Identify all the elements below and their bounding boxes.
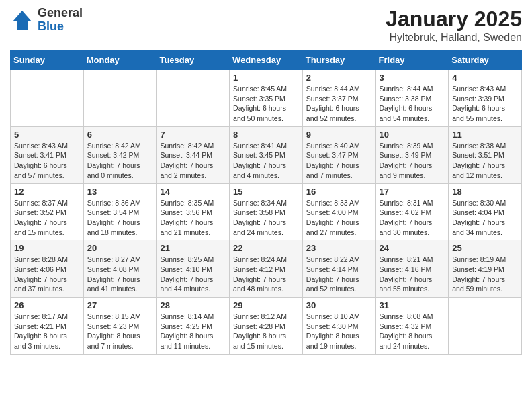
day-number: 28 [160, 300, 226, 310]
day-number: 31 [380, 300, 445, 310]
day-number: 12 [14, 187, 80, 197]
day-info: Sunrise: 8:40 AM Sunset: 3:47 PM Dayligh… [306, 141, 372, 181]
day-number: 21 [160, 243, 226, 253]
calendar-cell: 30Sunrise: 8:10 AM Sunset: 4:30 PM Dayli… [302, 298, 375, 355]
logo-icon [10, 8, 34, 32]
day-number: 3 [380, 73, 445, 83]
logo-blue-text: Blue [38, 20, 83, 34]
calendar-cell: 14Sunrise: 8:35 AM Sunset: 3:56 PM Dayli… [157, 183, 230, 240]
day-info: Sunrise: 8:34 AM Sunset: 3:58 PM Dayligh… [233, 198, 299, 238]
day-info: Sunrise: 8:14 AM Sunset: 4:25 PM Dayligh… [160, 312, 226, 351]
day-of-week-header: Monday [83, 51, 157, 70]
day-number: 5 [14, 130, 80, 140]
day-info: Sunrise: 8:35 AM Sunset: 3:56 PM Dayligh… [160, 198, 226, 238]
day-info: Sunrise: 8:08 AM Sunset: 4:32 PM Dayligh… [380, 312, 445, 351]
day-of-week-header: Tuesday [157, 51, 230, 70]
day-number: 16 [306, 187, 372, 197]
calendar-cell: 6Sunrise: 8:42 AM Sunset: 3:42 PM Daylig… [83, 126, 157, 183]
day-number: 18 [452, 187, 518, 197]
day-of-week-header: Sunday [11, 51, 84, 70]
day-info: Sunrise: 8:42 AM Sunset: 3:42 PM Dayligh… [87, 141, 153, 181]
day-number: 9 [306, 130, 372, 140]
day-number: 4 [452, 73, 518, 83]
day-of-week-header: Thursday [302, 51, 375, 70]
calendar-cell: 12Sunrise: 8:37 AM Sunset: 3:52 PM Dayli… [11, 183, 84, 240]
day-of-week-header: Friday [375, 51, 449, 70]
day-number: 1 [233, 73, 299, 83]
calendar-cell: 3Sunrise: 8:44 AM Sunset: 3:38 PM Daylig… [375, 70, 449, 127]
day-info: Sunrise: 8:37 AM Sunset: 3:52 PM Dayligh… [14, 198, 80, 238]
day-number: 30 [306, 300, 372, 310]
logo-general-text: General [38, 7, 83, 20]
day-info: Sunrise: 8:30 AM Sunset: 4:04 PM Dayligh… [452, 198, 518, 238]
day-info: Sunrise: 8:10 AM Sunset: 4:30 PM Dayligh… [306, 312, 372, 351]
calendar-cell: 21Sunrise: 8:25 AM Sunset: 4:10 PM Dayli… [157, 240, 230, 298]
day-info: Sunrise: 8:12 AM Sunset: 4:28 PM Dayligh… [233, 312, 299, 351]
calendar-cell: 9Sunrise: 8:40 AM Sunset: 3:47 PM Daylig… [302, 126, 375, 183]
title-block: January 2025 Hyltebruk, Halland, Sweden [386, 7, 522, 44]
day-number: 23 [306, 243, 372, 253]
calendar-week-row: 5Sunrise: 8:43 AM Sunset: 3:41 PM Daylig… [11, 126, 522, 183]
day-info: Sunrise: 8:38 AM Sunset: 3:51 PM Dayligh… [452, 141, 518, 181]
day-info: Sunrise: 8:44 AM Sunset: 3:37 PM Dayligh… [306, 84, 372, 124]
day-number: 6 [87, 130, 153, 140]
svg-marker-0 [13, 11, 32, 30]
day-number: 26 [14, 300, 80, 310]
calendar-cell: 29Sunrise: 8:12 AM Sunset: 4:28 PM Dayli… [230, 298, 303, 355]
calendar-cell: 4Sunrise: 8:43 AM Sunset: 3:39 PM Daylig… [449, 70, 522, 127]
calendar-week-row: 19Sunrise: 8:28 AM Sunset: 4:06 PM Dayli… [11, 240, 522, 298]
calendar-location: Hyltebruk, Halland, Sweden [386, 32, 522, 44]
day-info: Sunrise: 8:21 AM Sunset: 4:16 PM Dayligh… [380, 255, 445, 294]
day-info: Sunrise: 8:43 AM Sunset: 3:41 PM Dayligh… [14, 141, 80, 181]
day-info: Sunrise: 8:25 AM Sunset: 4:10 PM Dayligh… [160, 255, 226, 294]
day-number: 11 [452, 130, 518, 140]
day-info: Sunrise: 8:22 AM Sunset: 4:14 PM Dayligh… [306, 255, 372, 294]
day-info: Sunrise: 8:15 AM Sunset: 4:23 PM Dayligh… [87, 312, 153, 351]
day-number: 15 [233, 187, 299, 197]
calendar-cell: 16Sunrise: 8:33 AM Sunset: 4:00 PM Dayli… [302, 183, 375, 240]
calendar-table: SundayMondayTuesdayWednesdayThursdayFrid… [10, 50, 522, 355]
calendar-cell: 27Sunrise: 8:15 AM Sunset: 4:23 PM Dayli… [83, 298, 157, 355]
calendar-cell: 23Sunrise: 8:22 AM Sunset: 4:14 PM Dayli… [302, 240, 375, 298]
day-of-week-header: Saturday [449, 51, 522, 70]
calendar-cell: 22Sunrise: 8:24 AM Sunset: 4:12 PM Dayli… [230, 240, 303, 298]
day-info: Sunrise: 8:43 AM Sunset: 3:39 PM Dayligh… [452, 84, 518, 124]
day-of-week-header: Wednesday [230, 51, 303, 70]
day-info: Sunrise: 8:44 AM Sunset: 3:38 PM Dayligh… [380, 84, 445, 124]
calendar-cell: 17Sunrise: 8:31 AM Sunset: 4:02 PM Dayli… [375, 183, 449, 240]
day-info: Sunrise: 8:42 AM Sunset: 3:44 PM Dayligh… [160, 141, 226, 181]
day-number: 20 [87, 243, 153, 253]
calendar-cell [11, 70, 84, 127]
day-number: 19 [14, 243, 80, 253]
day-info: Sunrise: 8:31 AM Sunset: 4:02 PM Dayligh… [380, 198, 445, 238]
day-info: Sunrise: 8:27 AM Sunset: 4:08 PM Dayligh… [87, 255, 153, 294]
day-number: 17 [380, 187, 445, 197]
calendar-title: January 2025 [386, 7, 522, 32]
calendar-cell: 20Sunrise: 8:27 AM Sunset: 4:08 PM Dayli… [83, 240, 157, 298]
calendar-cell: 18Sunrise: 8:30 AM Sunset: 4:04 PM Dayli… [449, 183, 522, 240]
calendar-week-row: 26Sunrise: 8:17 AM Sunset: 4:21 PM Dayli… [11, 298, 522, 355]
day-number: 14 [160, 187, 226, 197]
calendar-cell: 25Sunrise: 8:19 AM Sunset: 4:19 PM Dayli… [449, 240, 522, 298]
logo-text: General Blue [38, 7, 83, 34]
calendar-week-row: 1Sunrise: 8:45 AM Sunset: 3:35 PM Daylig… [11, 70, 522, 127]
day-info: Sunrise: 8:41 AM Sunset: 3:45 PM Dayligh… [233, 141, 299, 181]
calendar-header-row: SundayMondayTuesdayWednesdayThursdayFrid… [11, 51, 522, 70]
day-number: 13 [87, 187, 153, 197]
calendar-cell: 26Sunrise: 8:17 AM Sunset: 4:21 PM Dayli… [11, 298, 84, 355]
calendar-cell: 31Sunrise: 8:08 AM Sunset: 4:32 PM Dayli… [375, 298, 449, 355]
calendar-cell [157, 70, 230, 127]
calendar-cell: 5Sunrise: 8:43 AM Sunset: 3:41 PM Daylig… [11, 126, 84, 183]
day-info: Sunrise: 8:17 AM Sunset: 4:21 PM Dayligh… [14, 312, 80, 351]
day-number: 29 [233, 300, 299, 310]
calendar-cell: 15Sunrise: 8:34 AM Sunset: 3:58 PM Dayli… [230, 183, 303, 240]
calendar-cell: 2Sunrise: 8:44 AM Sunset: 3:37 PM Daylig… [302, 70, 375, 127]
page-header: General Blue January 2025 Hyltebruk, Hal… [10, 7, 522, 44]
day-info: Sunrise: 8:33 AM Sunset: 4:00 PM Dayligh… [306, 198, 372, 238]
day-info: Sunrise: 8:45 AM Sunset: 3:35 PM Dayligh… [233, 84, 299, 124]
logo: General Blue [10, 7, 83, 34]
calendar-cell: 19Sunrise: 8:28 AM Sunset: 4:06 PM Dayli… [11, 240, 84, 298]
calendar-cell: 13Sunrise: 8:36 AM Sunset: 3:54 PM Dayli… [83, 183, 157, 240]
calendar-cell: 8Sunrise: 8:41 AM Sunset: 3:45 PM Daylig… [230, 126, 303, 183]
day-number: 8 [233, 130, 299, 140]
